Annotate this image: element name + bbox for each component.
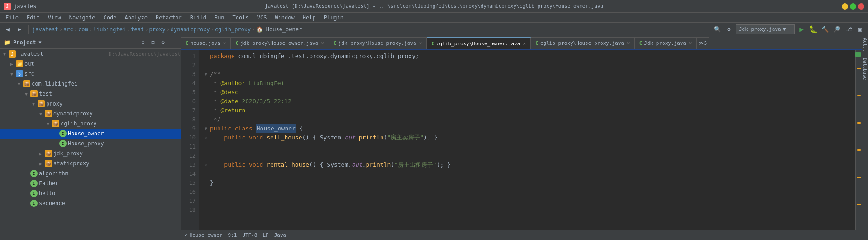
- arrow-com: ▼: [16, 82, 22, 86]
- tab-cglib-house-proxy[interactable]: C cglib_proxy\House_proxy.java ×: [531, 37, 635, 49]
- breadcrumb-javatest[interactable]: javatest: [32, 26, 58, 33]
- tab-icon-jdk-house-owner: C: [235, 40, 238, 46]
- package-icon-dynamicproxy: 📦: [45, 110, 52, 117]
- breadcrumb-src[interactable]: src: [63, 26, 73, 33]
- tree-item-com[interactable]: ▼ 📦 com.liubingfei: [0, 79, 181, 89]
- code-line-1: package com.liubingfei.test.proxy.dynami…: [205, 52, 855, 61]
- tab-more[interactable]: ≫5: [697, 37, 710, 49]
- window-controls: [842, 3, 864, 10]
- maximize-button[interactable]: [850, 3, 856, 10]
- tree-item-jdk-proxy[interactable]: ▶ 📦 jdk_proxy: [0, 149, 181, 158]
- panel-settings-button[interactable]: ⚙: [159, 38, 167, 47]
- tree-item-staticproxy[interactable]: ▶ 📦 staticproxy: [0, 158, 181, 168]
- tab-label-jdk-proxy-java: Jdk_proxy.java: [644, 40, 686, 46]
- menu-analyze[interactable]: Analyze: [121, 14, 151, 22]
- tree-label-dynamicproxy: dynamicproxy: [53, 110, 181, 117]
- folder-icon-out: 📁: [16, 60, 23, 67]
- run-button[interactable]: ▶: [796, 24, 806, 34]
- tab-close-jdk-house-proxy[interactable]: ×: [419, 40, 422, 46]
- tab-jdk-proxy-java[interactable]: C Jdk_proxy.java ×: [635, 37, 697, 49]
- tree-item-src[interactable]: ▼ S src: [0, 69, 181, 79]
- status-lang-label: Java: [274, 232, 286, 238]
- search-button[interactable]: 🔍: [712, 24, 722, 34]
- breadcrumb-test[interactable]: test: [131, 26, 144, 33]
- menu-view[interactable]: View: [44, 14, 65, 22]
- status-class[interactable]: ✓ House_owner: [185, 232, 222, 238]
- debug-button[interactable]: 🐛: [808, 24, 818, 34]
- breadcrumb-liubingfei[interactable]: liubingfei: [93, 26, 126, 33]
- tree-item-out[interactable]: ▶ 📁 out: [0, 59, 181, 69]
- tab-cglib-house-owner[interactable]: C cglib_proxy\House_owner.java ×: [427, 37, 531, 49]
- breadcrumb-com[interactable]: com: [78, 26, 88, 33]
- tree-item-house-proxy[interactable]: C House_proxy: [0, 139, 181, 149]
- nav-dropdown[interactable]: Jdk_proxy.java ▼: [736, 24, 795, 34]
- menu-edit[interactable]: Edit: [23, 14, 43, 22]
- package-icon-com: 📦: [23, 80, 30, 87]
- tree-label-src: src: [24, 71, 181, 77]
- menu-refactor[interactable]: Refactor: [152, 14, 186, 22]
- tab-close-cglib-house-proxy[interactable]: ×: [627, 40, 630, 46]
- layout-button[interactable]: ▣: [855, 24, 865, 34]
- tree-item-proxy[interactable]: ▼ 📦 proxy: [0, 99, 181, 109]
- breadcrumb-proxy[interactable]: proxy: [149, 26, 166, 33]
- activity-label-database[interactable]: Database: [863, 56, 868, 82]
- git-button[interactable]: ⎇: [844, 24, 854, 34]
- forward-button[interactable]: ▶: [14, 24, 24, 34]
- code-line-13: ▷ public void rental_house () { System .…: [205, 160, 855, 169]
- tree-item-house-owner[interactable]: C House_owner: [0, 129, 181, 139]
- arrow-cglib: ▼: [45, 121, 51, 126]
- panel-close-button[interactable]: —: [169, 38, 177, 47]
- line-num-5: 5: [181, 88, 196, 97]
- panel-add-button[interactable]: ⊕: [139, 38, 147, 47]
- settings-button[interactable]: ⚙: [724, 24, 734, 34]
- more-tabs-icon: ≫5: [699, 40, 707, 46]
- tree-item-sequence[interactable]: C sequence: [0, 198, 181, 208]
- tree-item-cglib[interactable]: ▼ 📦 cglib_proxy: [0, 119, 181, 129]
- minimize-button[interactable]: [842, 3, 848, 10]
- menu-code[interactable]: Code: [100, 14, 120, 22]
- panel-collapse-button[interactable]: ⊟: [149, 38, 157, 47]
- tree-item-father[interactable]: C Father: [0, 178, 181, 188]
- back-button[interactable]: ◀: [3, 24, 13, 34]
- activity-label-act[interactable]: Act...: [863, 36, 868, 56]
- breadcrumb-house-owner[interactable]: 🏠 House_owner: [256, 26, 302, 33]
- tab-close-jdk-proxy-java[interactable]: ×: [689, 40, 692, 46]
- menu-help[interactable]: Help: [299, 14, 320, 22]
- menu-plugin[interactable]: Plugin: [320, 14, 347, 22]
- tree-item-javatest[interactable]: ▼ J javatest D:\JavaResource\javatest: [0, 49, 181, 59]
- tab-close-cglib-house-owner[interactable]: ×: [523, 41, 526, 47]
- breadcrumb-cglib-proxy[interactable]: cglib_proxy: [215, 26, 251, 33]
- menu-navigate[interactable]: Navigate: [66, 14, 99, 22]
- status-position[interactable]: 9:1: [228, 232, 237, 238]
- code-content[interactable]: package com.liubingfei.test.proxy.dynami…: [199, 50, 855, 230]
- breadcrumb-dynamicproxy[interactable]: dynamicproxy: [171, 26, 210, 33]
- status-lf[interactable]: LF: [262, 232, 268, 238]
- search-everywhere[interactable]: 🔎: [832, 24, 842, 34]
- line-num-2: 2: [181, 61, 196, 70]
- menu-run[interactable]: Run: [211, 14, 228, 22]
- arrow-proxy: ▼: [31, 101, 36, 106]
- gutter-mark-5: [857, 177, 861, 178]
- tab-jdk-house-proxy[interactable]: C jdk_proxy\House_proxy.java ×: [329, 37, 427, 49]
- tree-item-hello[interactable]: C hello: [0, 188, 181, 198]
- tree-label-com: com.liubingfei: [32, 81, 181, 87]
- line-num-13: 13: [181, 160, 196, 169]
- menu-build[interactable]: Build: [186, 14, 210, 22]
- build-button[interactable]: 🔨: [820, 24, 830, 34]
- tab-close-jdk-house-owner[interactable]: ×: [321, 40, 324, 46]
- tree-item-dynamicproxy[interactable]: ▼ 📦 dynamicproxy: [0, 109, 181, 119]
- status-lang[interactable]: Java: [274, 232, 286, 238]
- menu-file[interactable]: File: [2, 14, 22, 22]
- folder-icon-src: S: [16, 70, 23, 77]
- tree-item-test[interactable]: ▼ 📦 test: [0, 89, 181, 99]
- tab-jdk-house-owner[interactable]: C jdk_proxy\House_owner.java ×: [231, 37, 329, 49]
- tree-label-algorithm: algorithm: [39, 170, 181, 177]
- menu-tools[interactable]: Tools: [229, 14, 253, 22]
- status-encoding[interactable]: UTF-8: [242, 232, 257, 238]
- menu-vcs[interactable]: VCS: [253, 14, 271, 22]
- tab-house-java[interactable]: C house.java ×: [181, 37, 231, 49]
- tree-item-algorithm[interactable]: C algorithm: [0, 168, 181, 178]
- menu-window[interactable]: Window: [271, 14, 298, 22]
- tab-close-house-java[interactable]: ×: [223, 40, 226, 46]
- close-button[interactable]: [858, 3, 864, 10]
